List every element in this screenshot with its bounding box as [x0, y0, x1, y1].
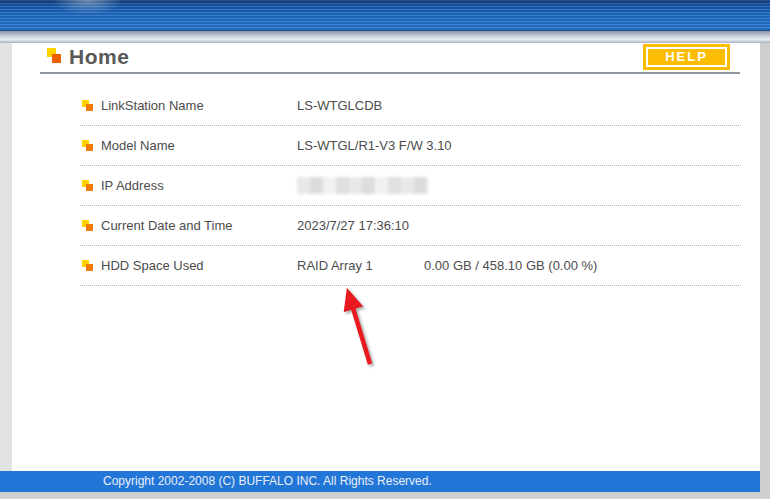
help-button-label: HELP — [646, 47, 727, 67]
annotation-arrow-icon — [330, 279, 390, 374]
row-linkstation-name: LinkStation Name LS-WTGLCDB — [80, 86, 741, 126]
row-label: HDD Space Used — [101, 258, 297, 273]
redacted-ip-value — [297, 177, 428, 194]
title-rule — [40, 72, 740, 74]
page-title: Home — [69, 43, 129, 71]
row-model-name: Model Name LS-WTGL/R1-V3 F/W 3.10 — [80, 126, 741, 166]
right-margin-strip — [760, 43, 770, 499]
content-panel: Home HELP LinkStation Name LS-WTGLCDB Mo… — [12, 43, 760, 471]
row-value: LS-WTGLCDB — [297, 98, 382, 113]
raid-array-value: RAID Array 1 — [297, 258, 424, 273]
row-label: IP Address — [101, 178, 297, 193]
row-value: LS-WTGL/R1-V3 F/W 3.10 — [297, 138, 452, 153]
bullet-squares-icon — [82, 220, 93, 231]
row-date-time: Current Date and Time 2023/7/27 17:36:10 — [80, 206, 741, 246]
info-rows: LinkStation Name LS-WTGLCDB Model Name L… — [80, 86, 741, 286]
left-margin-strip — [0, 43, 12, 471]
bullet-squares-icon — [82, 260, 93, 271]
section-squares-icon — [47, 48, 63, 64]
row-ip-address: IP Address — [80, 166, 741, 206]
header-banner — [0, 0, 770, 31]
row-hdd-space: HDD Space Used RAID Array 1 0.00 GB / 45… — [80, 246, 741, 286]
row-label: LinkStation Name — [101, 98, 297, 113]
row-value: 2023/7/27 17:36:10 — [297, 218, 409, 233]
buffalo-admin-page: Home HELP LinkStation Name LS-WTGLCDB Mo… — [0, 0, 770, 499]
row-label: Current Date and Time — [101, 218, 297, 233]
bullet-squares-icon — [82, 180, 93, 191]
row-label: Model Name — [101, 138, 297, 153]
header-separator-bar — [0, 31, 770, 43]
help-button[interactable]: HELP — [643, 44, 730, 70]
hdd-usage-value: 0.00 GB / 458.10 GB (0.00 %) — [424, 258, 597, 273]
bottom-margin-strip — [0, 492, 770, 499]
copyright-text: Copyright 2002-2008 (C) BUFFALO INC. All… — [0, 474, 432, 488]
bullet-squares-icon — [82, 100, 93, 111]
bullet-squares-icon — [82, 140, 93, 151]
footer-bar: Copyright 2002-2008 (C) BUFFALO INC. All… — [0, 471, 760, 492]
header-gloss-highlight — [52, 0, 124, 15]
